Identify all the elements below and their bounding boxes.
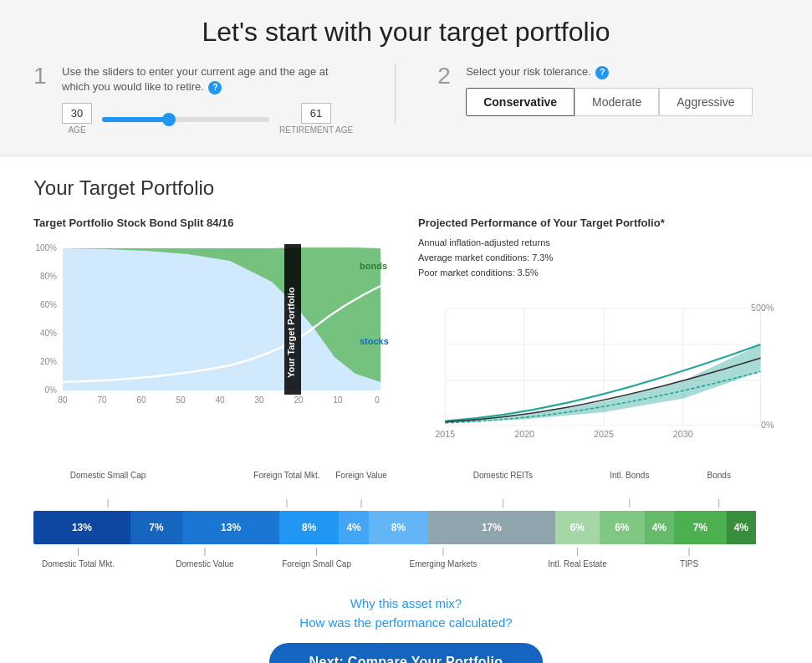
performance-link[interactable]: How was the performance calculated? bbox=[33, 615, 779, 630]
next-button[interactable]: Next: Compare Your Portfolio bbox=[269, 643, 544, 663]
left-chart-title: Target Portfolio Stock Bond Split 84/16 bbox=[33, 217, 401, 229]
alloc-bottom-label-2: Foreign Small Cap bbox=[282, 559, 351, 569]
allocation-bar: 13% 7% 13% 8% 4% 8% 17% 6% 6% 4% 7% 4% bbox=[33, 511, 779, 544]
left-chart-box: Target Portfolio Stock Bond Split 84/16 … bbox=[33, 217, 401, 451]
retirement-label: RETIREMENT AGE bbox=[279, 125, 353, 135]
step2-number: 2 bbox=[437, 64, 454, 88]
seg-1: 7% bbox=[130, 511, 182, 544]
svg-text:0%: 0% bbox=[761, 420, 774, 430]
svg-text:80%: 80% bbox=[40, 272, 57, 281]
retirement-value[interactable]: 61 bbox=[301, 103, 331, 124]
chart-legend: Annual inflation-adjusted returns Averag… bbox=[418, 236, 779, 280]
risk-aggressive[interactable]: Aggressive bbox=[659, 88, 752, 116]
svg-text:30: 30 bbox=[254, 395, 264, 403]
alloc-top-label-4: Intl. Bonds bbox=[610, 471, 649, 480]
right-chart-box: Projected Performance of Your Target Por… bbox=[418, 217, 779, 451]
top-section: Let's start with your target portfolio 1… bbox=[0, 0, 812, 156]
svg-text:500%: 500% bbox=[751, 303, 774, 313]
svg-text:bonds: bonds bbox=[360, 261, 387, 271]
age-slider[interactable] bbox=[102, 112, 269, 127]
svg-text:20: 20 bbox=[294, 395, 304, 403]
right-chart-svg: 500% 0% bbox=[418, 283, 779, 451]
seg-9: 4% bbox=[645, 511, 675, 544]
page-title: Let's start with your target portfolio bbox=[33, 17, 779, 48]
seg-10: 7% bbox=[674, 511, 726, 544]
svg-text:10: 10 bbox=[333, 395, 343, 403]
right-chart-title: Projected Performance of Your Target Por… bbox=[418, 217, 779, 229]
alloc-top-label-5: Bonds bbox=[707, 471, 731, 480]
seg-8: 6% bbox=[600, 511, 644, 544]
slider-thumb[interactable] bbox=[162, 113, 176, 126]
risk-moderate[interactable]: Moderate bbox=[575, 88, 659, 116]
step1-label: Use the sliders to enter your current ag… bbox=[62, 64, 346, 94]
alloc-bottom-label-1: Domestic Value bbox=[176, 559, 233, 569]
svg-text:100%: 100% bbox=[35, 243, 57, 252]
seg-11: 4% bbox=[727, 511, 757, 544]
svg-text:40: 40 bbox=[215, 395, 225, 403]
alloc-bottom-label-4: Intl. Real Estate bbox=[548, 559, 607, 569]
main-section: Your Target Portfolio Target Portfolio S… bbox=[0, 156, 812, 663]
section-title: Your Target Portfolio bbox=[33, 176, 779, 200]
risk-conservative[interactable]: Conservative bbox=[466, 88, 575, 116]
seg-6: 17% bbox=[428, 511, 554, 544]
links-section: Why this asset mix? How was the performa… bbox=[33, 596, 779, 630]
alloc-bottom-label-5: TIPS bbox=[680, 559, 698, 569]
step-1: 1 Use the sliders to enter your current … bbox=[33, 64, 353, 135]
left-chart-svg: 100% 80% 60% 40% 20% 0% Your Target Port bbox=[33, 236, 401, 403]
slider-fill bbox=[102, 117, 169, 122]
seg-2: 13% bbox=[182, 511, 279, 544]
step-2: 2 Select your risk tolerance. ? Conserva… bbox=[437, 64, 752, 116]
alloc-top-label-0: Domestic Small Cap bbox=[70, 471, 146, 480]
svg-text:50: 50 bbox=[176, 395, 186, 403]
risk-buttons: Conservative Moderate Aggressive bbox=[466, 88, 752, 116]
tick-lines-bottom bbox=[33, 548, 779, 556]
step2-help-icon[interactable]: ? bbox=[595, 66, 609, 79]
svg-text:2020: 2020 bbox=[514, 429, 534, 439]
svg-text:2025: 2025 bbox=[594, 429, 614, 439]
slider-row: 30 AGE 61 RETIREMENT AGE bbox=[62, 103, 353, 135]
svg-text:2015: 2015 bbox=[435, 429, 455, 439]
svg-text:60: 60 bbox=[136, 395, 146, 403]
svg-text:20%: 20% bbox=[40, 357, 57, 366]
svg-text:40%: 40% bbox=[40, 329, 57, 338]
divider bbox=[395, 64, 396, 123]
svg-text:0: 0 bbox=[375, 395, 380, 403]
age-label: AGE bbox=[68, 125, 85, 135]
tick-lines-top bbox=[33, 499, 779, 507]
svg-text:60%: 60% bbox=[40, 300, 57, 309]
svg-text:Your Target Portfolio: Your Target Portfolio bbox=[286, 288, 296, 379]
step1-number: 1 bbox=[33, 64, 50, 88]
controls-row: 1 Use the sliders to enter your current … bbox=[33, 64, 779, 135]
alloc-top-label-1: Foreign Total Mkt. bbox=[253, 471, 319, 480]
age-value[interactable]: 30 bbox=[62, 103, 92, 124]
alloc-bottom-label-0: Domestic Total Mkt. bbox=[42, 559, 115, 569]
seg-7: 6% bbox=[555, 511, 600, 544]
alloc-bottom-labels: Domestic Total Mkt. Domestic Value Forei… bbox=[33, 559, 779, 579]
svg-text:70: 70 bbox=[97, 395, 107, 403]
step2-label: Select your risk tolerance. ? bbox=[466, 64, 750, 79]
alloc-bottom-label-3: Emerging Markets bbox=[409, 559, 477, 569]
charts-row: Target Portfolio Stock Bond Split 84/16 … bbox=[33, 217, 779, 451]
alloc-top-label-2: Foreign Value bbox=[335, 471, 387, 480]
slider-track bbox=[102, 117, 269, 122]
step1-content: Use the sliders to enter your current ag… bbox=[62, 64, 353, 135]
seg-5: 8% bbox=[369, 511, 428, 544]
step1-help-icon[interactable]: ? bbox=[208, 81, 222, 94]
alloc-top-label-3: Domestic REITs bbox=[473, 471, 533, 480]
svg-text:stocks: stocks bbox=[360, 336, 389, 346]
asset-mix-link[interactable]: Why this asset mix? bbox=[33, 596, 779, 610]
seg-0: 13% bbox=[33, 511, 130, 544]
seg-3: 8% bbox=[279, 511, 339, 544]
alloc-top-labels: Domestic Small Cap Foreign Total Mkt. Fo… bbox=[33, 471, 779, 494]
svg-text:2030: 2030 bbox=[673, 429, 693, 439]
svg-text:80: 80 bbox=[58, 395, 68, 403]
svg-text:0%: 0% bbox=[45, 385, 58, 395]
seg-4: 4% bbox=[339, 511, 369, 544]
allocation-section: Domestic Small Cap Foreign Total Mkt. Fo… bbox=[33, 471, 779, 579]
step2-content: Select your risk tolerance. ? Conservati… bbox=[466, 64, 752, 116]
